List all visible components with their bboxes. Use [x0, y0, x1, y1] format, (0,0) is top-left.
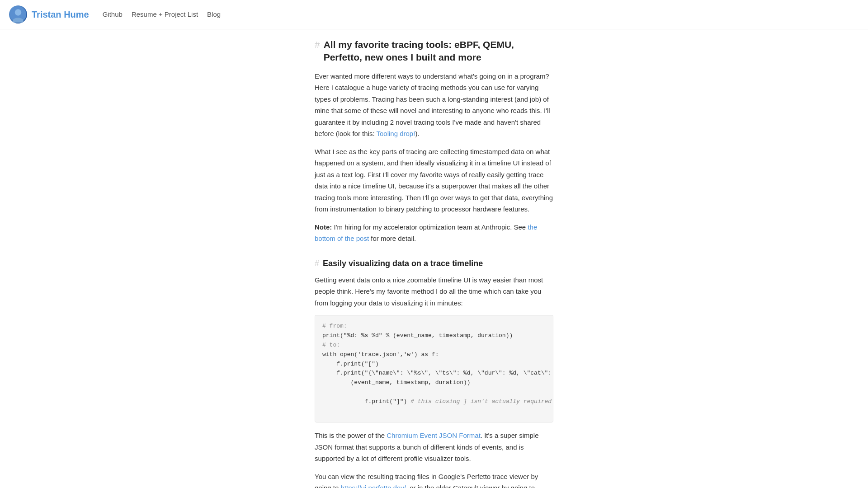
- s2-p2-pre: This is the power of the: [315, 432, 387, 439]
- chromium-format-link[interactable]: Chromium Event JSON Format: [387, 432, 481, 439]
- code-line-2: print("%d: %s %d" % (event_name, timesta…: [322, 331, 546, 341]
- svg-point-1: [15, 9, 21, 15]
- s2-p3-mid: , or in the older Catapult viewer by goi…: [406, 484, 535, 488]
- main-nav: Github Resume + Project List Blog: [103, 9, 221, 20]
- nav-github[interactable]: Github: [103, 9, 123, 20]
- heading-hash-2: #: [315, 258, 319, 269]
- code-line-8: f.print("]") # this closing ] isn't actu…: [322, 388, 546, 416]
- main-content: # All my favorite tracing tools: eBPF, Q…: [307, 29, 561, 488]
- perfetto-url-link[interactable]: https://ui.perfetto.dev/: [341, 484, 406, 488]
- site-title[interactable]: Tristan Hume: [32, 7, 89, 22]
- article-p1-text: Ever wanted more different ways to under…: [315, 72, 550, 138]
- heading-hash-1: #: [315, 38, 320, 51]
- article-p1-end: ).: [415, 130, 419, 137]
- article-title-text: All my favorite tracing tools: eBPF, QEM…: [324, 38, 553, 64]
- article-p1: Ever wanted more different ways to under…: [315, 70, 553, 140]
- code-line-5: f.print("["): [322, 360, 546, 369]
- article-section-2: # Easily visualizing data on a trace tim…: [315, 258, 553, 488]
- s2-p1: Getting event data onto a nice zoomable …: [315, 274, 553, 309]
- nav-resume[interactable]: Resume + Project List: [132, 9, 198, 20]
- note-label: Note:: [315, 223, 332, 231]
- code-line-7: (event_name, timestamp, duration)): [322, 378, 546, 388]
- logo-area: Tristan Hume: [9, 5, 89, 23]
- site-header: Tristan Hume Github Resume + Project Lis…: [0, 0, 868, 29]
- article-p3-text: I'm hiring for my accelerator optimizati…: [332, 223, 528, 231]
- s2-p2: This is the power of the Chromium Event …: [315, 430, 553, 465]
- article-p2: What I see as the key parts of tracing a…: [315, 146, 553, 215]
- code-line-6: f.print("{\"name\": \"%s\", \"ts\": %d, …: [322, 369, 546, 378]
- s2-p3: You can view the resulting tracing files…: [315, 471, 553, 488]
- code-line-4: with open('trace.json','w') as f:: [322, 350, 546, 360]
- code-block: # from: print("%d: %s %d" % (event_name,…: [315, 315, 553, 422]
- section2-title-text: Easily visualizing data on a trace timel…: [323, 258, 483, 269]
- code-line-1: # from:: [322, 322, 546, 331]
- article-section-1: # All my favorite tracing tools: eBPF, Q…: [315, 38, 553, 244]
- section2-title: # Easily visualizing data on a trace tim…: [315, 258, 553, 269]
- article-title: # All my favorite tracing tools: eBPF, Q…: [315, 38, 553, 64]
- article-p3-end: for more detail.: [369, 235, 416, 242]
- nav-blog[interactable]: Blog: [207, 9, 221, 20]
- article-p3: Note: I'm hiring for my accelerator opti…: [315, 221, 553, 244]
- site-logo: [9, 5, 27, 23]
- code-line-3: # to:: [322, 341, 546, 350]
- tooling-drop-link[interactable]: Tooling drop!: [376, 130, 415, 137]
